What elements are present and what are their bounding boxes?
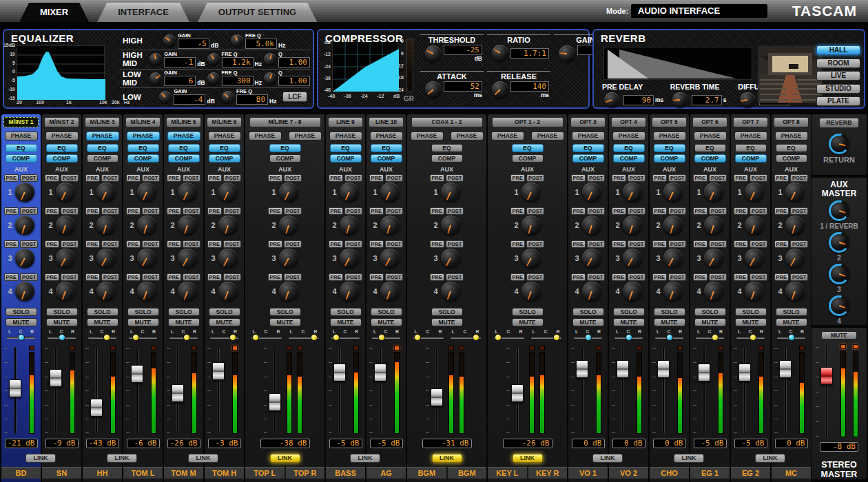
pan-slider[interactable]: LCR: [46, 329, 77, 342]
aux-send-knob[interactable]: [96, 282, 116, 301]
fader-track[interactable]: [136, 347, 138, 434]
channel-name-button[interactable]: M/INST 2: [44, 117, 79, 127]
fader-db-display[interactable]: -26 dB: [503, 439, 552, 448]
comp-button[interactable]: COMP: [127, 154, 159, 163]
comp-button[interactable]: COMP: [776, 154, 807, 163]
pan-knob-dot[interactable]: [59, 334, 65, 341]
fader-db-display[interactable]: 0 dB: [775, 439, 808, 448]
eq-gain-knob[interactable]: [149, 72, 162, 85]
comp-button[interactable]: COMP: [87, 154, 118, 163]
pan-knob-dot[interactable]: [18, 334, 25, 341]
pre-button[interactable]: PRE: [734, 240, 748, 248]
pan-slider[interactable]: LCR: [572, 329, 603, 342]
post-button[interactable]: POST: [790, 207, 808, 215]
phase-button[interactable]: PHASE: [653, 132, 686, 140]
post-button[interactable]: POST: [344, 240, 362, 248]
pre-button[interactable]: PRE: [329, 174, 343, 182]
pan-knob-dot[interactable]: [183, 334, 190, 341]
post-button[interactable]: POST: [284, 273, 302, 281]
aux-send-knob[interactable]: [178, 216, 197, 235]
param-value-display[interactable]: -25: [444, 45, 482, 55]
post-button[interactable]: POST: [101, 207, 119, 215]
aux-send-knob[interactable]: [745, 216, 764, 235]
aux-send-knob[interactable]: [623, 216, 642, 235]
pan-slider[interactable]: LCR: [209, 329, 240, 342]
aux-send-knob[interactable]: [137, 249, 156, 268]
pre-button[interactable]: PRE: [612, 240, 626, 248]
pre-button[interactable]: PRE: [612, 273, 626, 281]
pan-track[interactable]: [88, 337, 116, 339]
aux-send-knob[interactable]: [96, 182, 116, 202]
pre-button[interactable]: PRE: [774, 273, 789, 281]
post-button[interactable]: POST: [587, 240, 605, 248]
freq-value-display[interactable]: 80: [236, 94, 268, 105]
reverb-type-studio[interactable]: STUDIO: [816, 84, 860, 94]
pre-button[interactable]: PRE: [369, 273, 384, 281]
comp-button[interactable]: COMP: [735, 154, 767, 163]
aux-send-knob[interactable]: [340, 249, 359, 268]
aux-master-knob[interactable]: [829, 200, 849, 221]
pan-knob-dot[interactable]: [473, 334, 479, 341]
pre-button[interactable]: PRE: [85, 174, 100, 182]
pan-knob-dot[interactable]: [229, 334, 236, 341]
fader-track[interactable]: [217, 347, 220, 434]
param-value-display[interactable]: 2.7: [692, 95, 722, 105]
post-button[interactable]: POST: [628, 174, 645, 182]
mute-button[interactable]: MUTE: [431, 318, 463, 326]
fader-cap[interactable]: [212, 362, 225, 380]
link-button[interactable]: LINK: [755, 454, 785, 463]
pre-button[interactable]: PRE: [693, 240, 707, 248]
solo-button[interactable]: SOLO: [694, 308, 726, 316]
reverb-type-live[interactable]: LIVE: [816, 71, 860, 81]
aux-send-knob[interactable]: [623, 282, 642, 301]
post-button[interactable]: POST: [142, 273, 160, 281]
phase-button[interactable]: PHASE: [612, 132, 645, 140]
aux-send-knob[interactable]: [56, 282, 75, 301]
param-value-display[interactable]: 52: [444, 81, 482, 92]
post-button[interactable]: POST: [183, 207, 200, 215]
lcf-button[interactable]: LCF: [282, 92, 307, 102]
post-button[interactable]: POST: [668, 207, 686, 215]
post-button[interactable]: POST: [20, 207, 38, 215]
solo-button[interactable]: SOLO: [6, 308, 37, 316]
reverb-type-plate[interactable]: PLATE: [816, 96, 860, 106]
pan-slider[interactable]: LCR: [694, 329, 725, 342]
eq-gain-knob[interactable]: [149, 53, 162, 65]
mute-button[interactable]: MUTE: [269, 318, 301, 326]
pre-button[interactable]: PRE: [268, 207, 282, 215]
fader-cap[interactable]: [617, 360, 629, 378]
eq-button[interactable]: EQ: [127, 144, 159, 152]
fader-db-display[interactable]: -5 dB: [694, 439, 727, 448]
aux-master-knob[interactable]: [829, 232, 849, 253]
aux-send-knob[interactable]: [137, 282, 156, 301]
fader-db-display[interactable]: -5 dB: [734, 439, 767, 448]
pre-button[interactable]: PRE: [4, 240, 19, 248]
solo-button[interactable]: SOLO: [87, 308, 118, 316]
phase-button[interactable]: PHASE: [45, 132, 79, 140]
eq-button[interactable]: EQ: [269, 144, 301, 152]
post-button[interactable]: POST: [790, 240, 808, 248]
aux-send-knob[interactable]: [663, 216, 683, 235]
master-db-display[interactable]: -8 dB: [820, 442, 858, 452]
post-button[interactable]: POST: [446, 240, 464, 248]
pre-button[interactable]: PRE: [126, 240, 141, 248]
fader-db-display[interactable]: -5 dB: [370, 439, 403, 448]
pan-knob-dot[interactable]: [750, 334, 756, 341]
mute-button[interactable]: MUTE: [330, 318, 362, 326]
aux-send-knob[interactable]: [704, 216, 723, 235]
pre-button[interactable]: PRE: [207, 240, 222, 248]
comp-button[interactable]: COMP: [694, 154, 726, 163]
fader-cap[interactable]: [511, 384, 524, 402]
phase-button[interactable]: PHASE: [208, 132, 241, 140]
aux-send-knob[interactable]: [785, 216, 805, 235]
channel-name-button[interactable]: M/LINE 3: [85, 117, 120, 127]
channel-name-button[interactable]: OPT 5: [652, 117, 687, 127]
aux-send-knob[interactable]: [279, 282, 298, 301]
aux-send-knob[interactable]: [380, 282, 400, 301]
pan-slider[interactable]: LCR: [449, 329, 482, 342]
pan-knob-dot[interactable]: [103, 334, 110, 341]
pre-button[interactable]: PRE: [4, 207, 19, 215]
aux-send-knob[interactable]: [785, 182, 805, 202]
aux-send-knob[interactable]: [663, 249, 683, 268]
pan-track[interactable]: [696, 337, 724, 339]
